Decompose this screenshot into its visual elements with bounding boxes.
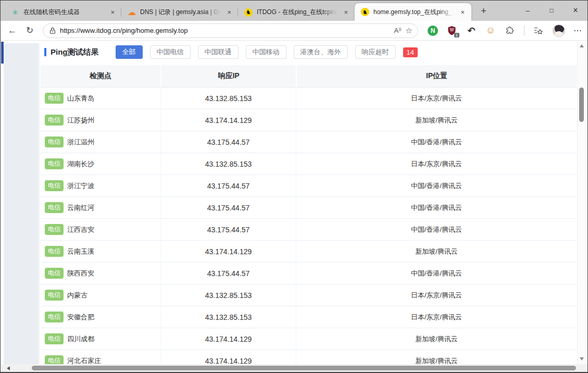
ip-cell: 43.174.14.129 (160, 328, 296, 350)
carrier-badge: 电信 (45, 268, 64, 278)
node-name: 四川成都 (67, 334, 94, 344)
node-name: 江苏扬州 (67, 116, 94, 125)
table-row: 电信 江苏扬州 43.174.14.129 新加坡/腾讯云 (41, 109, 577, 131)
maximize-button[interactable]: □ (540, 1, 564, 20)
tab-title: ITDOG - 在线ping_在线tcping_ (257, 8, 337, 17)
back-button[interactable]: ← (4, 26, 21, 36)
carrier-badge: 电信 (45, 202, 64, 213)
title-accent-bar (44, 48, 46, 56)
scroll-up-arrow-icon[interactable] (580, 44, 584, 47)
ip-cell: 43.175.44.57 (160, 219, 296, 240)
carrier-badge: 电信 (45, 333, 64, 344)
node-cell: 电信 云南玉溪 (41, 241, 160, 262)
url-text[interactable]: https://www.itdog.cn/ping/home.gemsly.to… (60, 27, 390, 34)
node-name: 浙江温州 (67, 138, 94, 147)
node-name: 浙江宁波 (67, 181, 94, 191)
new-tab-button[interactable]: + (477, 5, 491, 17)
node-cell: 电信 江苏扬州 (41, 109, 160, 131)
read-aloud-icon[interactable]: A)) (394, 27, 402, 34)
filter-china-unicom-button[interactable]: 中国联通 (198, 45, 239, 59)
page-content: Ping测试结果 全部 中国电信 中国联通 中国移动 港澳台、海外 响应超时 1… (1, 41, 587, 364)
node-cell: 电信 云南红河 (41, 197, 160, 218)
column-header-location: IP位置 (296, 65, 577, 87)
carrier-badge: 电信 (45, 290, 64, 300)
filter-overseas-button[interactable]: 港澳台、海外 (294, 45, 348, 59)
node-name: 安徽合肥 (67, 313, 94, 322)
tab-cloudflare-dns[interactable]: ☁ DNS | 记录 | gemsly.asia | Gem × (121, 4, 238, 21)
close-icon[interactable]: × (341, 8, 351, 17)
filter-china-mobile-button[interactable]: 中国移动 (246, 45, 286, 59)
ip-cell: 43.174.14.129 (160, 350, 296, 364)
undo-arrow-icon[interactable]: ↶ (466, 26, 477, 36)
tab-itdog-ping-active[interactable]: ♞ home.gemsly.top_在线ping_多 × (355, 3, 471, 21)
node-cell: 电信 安徽合肥 (41, 306, 160, 328)
close-icon[interactable]: × (108, 8, 117, 17)
table-row: 电信 浙江温州 43.175.44.57 中国/香港/腾讯云 (41, 131, 577, 153)
horizontal-scrollbar[interactable] (1, 364, 587, 372)
filter-china-telecom-button[interactable]: 中国电信 (150, 45, 191, 59)
address-bar[interactable]: https://www.itdog.cn/ping/home.gemsly.to… (43, 23, 418, 38)
node-name: 内蒙古 (67, 291, 87, 300)
carrier-badge: 电信 (45, 93, 64, 103)
table-row: 电信 四川成都 43.174.14.129 新加坡/腾讯云 (41, 328, 577, 350)
filter-all-button[interactable]: 全部 (116, 45, 143, 59)
carrier-badge: 电信 (45, 312, 64, 322)
table-row: 电信 浙江宁波 43.175.44.57 中国/香港/腾讯云 (41, 175, 577, 197)
location-cell: 新加坡/腾讯云 (296, 328, 577, 350)
ping-results-table: 检测点 响应IP IP位置 电信 山东青岛 43.132.85.153 日本/东… (41, 65, 577, 364)
ip-cell: 43.175.44.57 (160, 197, 296, 218)
itdog-dog-icon: ♞ (361, 8, 369, 16)
puzzle-extensions-icon[interactable] (505, 26, 515, 36)
location-cell: 日本/东京/腾讯云 (296, 306, 577, 328)
refresh-button[interactable]: ↻ (21, 25, 38, 36)
node-name: 陕西西安 (67, 269, 94, 278)
node-cell: 电信 浙江温州 (41, 131, 160, 153)
node-cell: 电信 陕西西安 (41, 263, 160, 284)
horizontal-scroll-thumb[interactable] (32, 366, 576, 370)
overflow-menu-icon[interactable]: ⋯ (573, 26, 582, 35)
node-cell: 电信 浙江宁波 (41, 175, 160, 196)
extension-n-icon[interactable]: N (428, 26, 438, 36)
close-icon[interactable]: × (224, 8, 234, 17)
scroll-left-arrow-icon[interactable] (7, 366, 10, 370)
node-name: 江西吉安 (67, 225, 94, 234)
location-cell: 中国/香港/腾讯云 (296, 219, 577, 240)
node-name: 湖南长沙 (67, 159, 94, 169)
left-panel-edge (4, 43, 39, 364)
filter-timeout-button[interactable]: 响应超时 (355, 45, 396, 59)
node-cell: 电信 河北石家庄 (41, 350, 160, 364)
node-cell: 电信 山东青岛 (41, 88, 160, 109)
ip-cell: 43.175.44.57 (160, 263, 296, 284)
window-close-button[interactable]: × (564, 1, 587, 20)
cloudflare-cloud-icon: ☁ (128, 8, 136, 17)
itdog-dog-icon: ♞ (244, 8, 253, 17)
vertical-scrollbar[interactable] (577, 41, 585, 364)
tab-password-generator[interactable]: ✳ 在线随机密码生成器 × (5, 4, 121, 21)
minimize-button[interactable]: – (516, 1, 540, 20)
face-avatar-icon[interactable]: ☺ (485, 26, 496, 36)
scroll-down-arrow-icon[interactable] (580, 357, 584, 360)
profile-avatar[interactable] (553, 24, 565, 37)
close-icon[interactable]: × (458, 8, 467, 17)
filter-button-group: 全部 中国电信 中国联通 中国移动 港澳台、海外 响应超时 14 (116, 45, 418, 59)
node-name: 河北石家庄 (67, 356, 101, 365)
favorites-hub-icon[interactable] (533, 26, 544, 36)
vertical-scroll-thumb[interactable] (579, 88, 584, 122)
table-row: 电信 云南红河 43.175.44.57 中国/香港/腾讯云 (41, 197, 577, 219)
ublock-shield-icon[interactable]: 1 (447, 26, 457, 36)
ip-cell: 43.175.44.57 (160, 175, 296, 196)
table-row: 电信 安徽合肥 43.132.85.153 日本/东京/腾讯云 (41, 306, 577, 328)
column-header-node: 检测点 (41, 65, 160, 87)
extension-row: N 1 ↶ ☺ (428, 24, 565, 37)
table-row: 电信 云南玉溪 43.174.14.129 新加坡/腾讯云 (41, 241, 577, 263)
location-cell: 新加坡/腾讯云 (296, 350, 577, 364)
favorite-star-icon[interactable]: ☆ (406, 26, 412, 35)
node-cell: 电信 四川成都 (41, 328, 160, 350)
table-body: 电信 山东青岛 43.132.85.153 日本/东京/腾讯云 电信 江苏扬州 … (41, 88, 577, 364)
tab-itdog[interactable]: ♞ ITDOG - 在线ping_在线tcping_ × (238, 4, 355, 21)
table-row: 电信 湖南长沙 43.132.85.153 日本/东京/腾讯云 (41, 153, 577, 175)
tab-title: DNS | 记录 | gemsly.asia | Gem (140, 8, 220, 17)
carrier-badge: 电信 (45, 246, 64, 256)
browser-tab-bar: ✳ 在线随机密码生成器 × ☁ DNS | 记录 | gemsly.asia |… (1, 1, 587, 21)
carrier-badge: 电信 (45, 136, 64, 147)
